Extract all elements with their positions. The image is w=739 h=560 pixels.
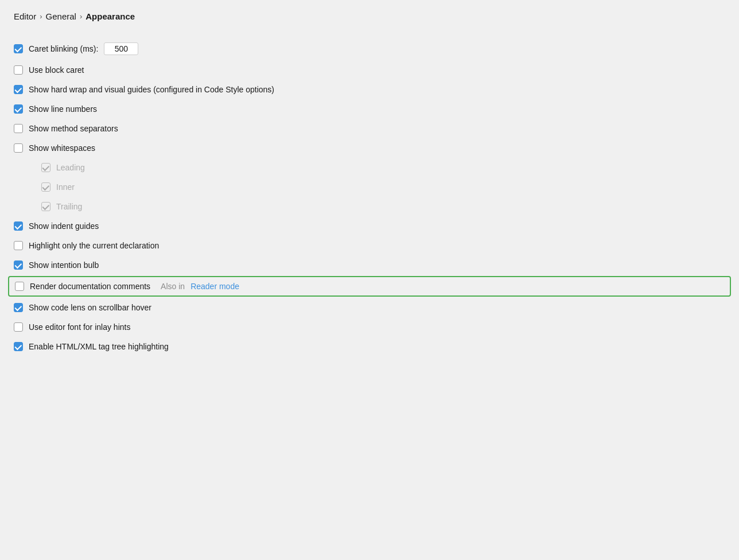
setting-show-indent-guides: Show indent guides	[14, 216, 725, 236]
checkbox-use-block-caret[interactable]	[14, 65, 23, 75]
label-show-indent-guides: Show indent guides	[29, 221, 99, 231]
setting-inner: Inner	[14, 177, 725, 197]
label-trailing: Trailing	[56, 202, 82, 211]
label-show-whitespaces: Show whitespaces	[29, 143, 95, 153]
breadcrumb: Editor › General › Appearance	[14, 11, 725, 21]
setting-show-line-numbers: Show line numbers	[14, 99, 725, 119]
label-show-code-lens: Show code lens on scrollbar hover	[29, 303, 151, 312]
label-show-hard-wrap: Show hard wrap and visual guides (config…	[29, 85, 274, 94]
breadcrumb-appearance: Appearance	[85, 11, 135, 21]
setting-render-doc-comments: Render documentation comments Also in Re…	[8, 276, 731, 297]
setting-enable-html-xml: Enable HTML/XML tag tree highlighting	[14, 337, 725, 356]
reader-mode-link[interactable]: Reader mode	[190, 282, 239, 291]
checkbox-show-indent-guides[interactable]	[14, 221, 23, 231]
label-leading: Leading	[56, 163, 85, 172]
checkbox-render-doc-comments[interactable]	[15, 282, 24, 291]
checkbox-show-method-separators[interactable]	[14, 124, 23, 133]
checkbox-show-whitespaces[interactable]	[14, 143, 23, 153]
settings-list: Caret blinking (ms): Use block caret Sho…	[14, 37, 725, 356]
label-highlight-only-current: Highlight only the current declaration	[29, 241, 159, 250]
caret-blinking-input[interactable]	[104, 42, 138, 55]
checkbox-use-editor-font[interactable]	[14, 322, 23, 332]
checkbox-highlight-only-current[interactable]	[14, 241, 23, 250]
checkbox-show-hard-wrap[interactable]	[14, 85, 23, 94]
setting-show-code-lens: Show code lens on scrollbar hover	[14, 298, 725, 317]
label-inner: Inner	[56, 182, 75, 192]
setting-leading: Leading	[14, 158, 725, 177]
setting-show-intention-bulb: Show intention bulb	[14, 255, 725, 275]
checkbox-show-code-lens[interactable]	[14, 303, 23, 312]
label-show-line-numbers: Show line numbers	[29, 104, 97, 114]
checkbox-show-line-numbers[interactable]	[14, 104, 23, 114]
checkbox-trailing[interactable]	[41, 202, 50, 211]
label-show-method-separators: Show method separators	[29, 124, 118, 133]
checkbox-leading[interactable]	[41, 163, 50, 172]
setting-show-whitespaces: Show whitespaces	[14, 138, 725, 158]
label-use-editor-font: Use editor font for inlay hints	[29, 322, 130, 332]
setting-use-editor-font: Use editor font for inlay hints	[14, 317, 725, 337]
label-show-intention-bulb: Show intention bulb	[29, 260, 99, 270]
setting-show-method-separators: Show method separators	[14, 119, 725, 138]
label-render-doc-comments: Render documentation comments	[30, 282, 150, 291]
checkbox-enable-html-xml[interactable]	[14, 342, 23, 351]
breadcrumb-editor[interactable]: Editor	[14, 11, 36, 21]
checkbox-inner[interactable]	[41, 182, 50, 192]
checkbox-show-intention-bulb[interactable]	[14, 260, 23, 270]
label-enable-html-xml: Enable HTML/XML tag tree highlighting	[29, 342, 169, 351]
breadcrumb-sep-1: ›	[40, 12, 42, 21]
also-in-text: Also in	[161, 282, 185, 291]
checkbox-caret-blinking[interactable]	[14, 44, 23, 53]
setting-show-hard-wrap: Show hard wrap and visual guides (config…	[14, 80, 725, 99]
label-use-block-caret: Use block caret	[29, 65, 84, 75]
setting-use-block-caret: Use block caret	[14, 60, 725, 80]
breadcrumb-general[interactable]: General	[46, 11, 76, 21]
breadcrumb-sep-2: ›	[80, 12, 82, 21]
setting-highlight-only-current: Highlight only the current declaration	[14, 236, 725, 255]
setting-caret-blinking: Caret blinking (ms):	[14, 37, 725, 60]
label-caret-blinking: Caret blinking (ms):	[29, 44, 98, 53]
setting-trailing: Trailing	[14, 197, 725, 216]
